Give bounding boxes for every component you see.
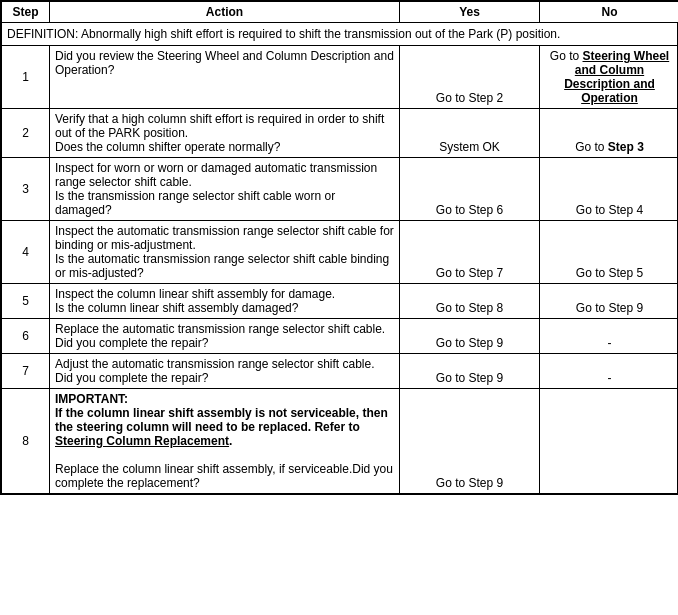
header-action: Action [50, 2, 400, 23]
step-7: 7 [2, 354, 50, 389]
action-7: Adjust the automatic transmission range … [50, 354, 400, 389]
step-2: 2 [2, 109, 50, 158]
no-5: Go to Step 9 [540, 284, 679, 319]
header-step: Step [2, 2, 50, 23]
step-5: 5 [2, 284, 50, 319]
important-label: IMPORTANT: [55, 392, 128, 406]
no-8 [540, 389, 679, 494]
table-row: 6 Replace the automatic transmission ran… [2, 319, 679, 354]
table-row: 5 Inspect the column linear shift assemb… [2, 284, 679, 319]
action-6: Replace the automatic transmission range… [50, 319, 400, 354]
yes-1: Go to Step 2 [400, 46, 540, 109]
yes-8: Go to Step 9 [400, 389, 540, 494]
no-6: - [540, 319, 679, 354]
step-4: 4 [2, 221, 50, 284]
no-2: Go to Step 3 [540, 109, 679, 158]
yes-4: Go to Step 7 [400, 221, 540, 284]
table-row: 8 IMPORTANT: If the column linear shift … [2, 389, 679, 494]
no-2-step: Step 3 [608, 140, 644, 154]
step-8: 8 [2, 389, 50, 494]
step-1: 1 [2, 46, 50, 109]
yes-5: Go to Step 8 [400, 284, 540, 319]
table-row: 1 Did you review the Steering Wheel and … [2, 46, 679, 109]
no-1-link: Steering Wheel and Column Description an… [564, 49, 669, 105]
definition-row: DEFINITION: Abnormally high shift effort… [2, 23, 679, 46]
action-8-body2: Replace the column linear shift assembly… [55, 462, 393, 490]
yes-6: Go to Step 9 [400, 319, 540, 354]
no-7: - [540, 354, 679, 389]
table-row: 2 Verify that a high column shift effort… [2, 109, 679, 158]
definition-text: DEFINITION: Abnormally high shift effort… [2, 23, 679, 46]
no-1: Go to Steering Wheel and Column Descript… [540, 46, 679, 109]
diagnostic-table: Step Action Yes No DEFINITION: Abnormall… [0, 0, 678, 495]
steering-column-replacement-link: Steering Column Replacement [55, 434, 229, 448]
header-no: No [540, 2, 679, 23]
action-4: Inspect the automatic transmission range… [50, 221, 400, 284]
table-row: 3 Inspect for worn or worn or damaged au… [2, 158, 679, 221]
action-8: IMPORTANT: If the column linear shift as… [50, 389, 400, 494]
step-6: 6 [2, 319, 50, 354]
yes-3: Go to Step 6 [400, 158, 540, 221]
step-3: 3 [2, 158, 50, 221]
yes-2: System OK [400, 109, 540, 158]
action-2: Verify that a high column shift effort i… [50, 109, 400, 158]
no-4: Go to Step 5 [540, 221, 679, 284]
no-3: Go to Step 4 [540, 158, 679, 221]
important-body: If the column linear shift assembly is n… [55, 406, 388, 448]
header-yes: Yes [400, 2, 540, 23]
action-1: Did you review the Steering Wheel and Co… [50, 46, 400, 109]
table-row: 7 Adjust the automatic transmission rang… [2, 354, 679, 389]
action-3: Inspect for worn or worn or damaged auto… [50, 158, 400, 221]
table-row: 4 Inspect the automatic transmission ran… [2, 221, 679, 284]
yes-7: Go to Step 9 [400, 354, 540, 389]
action-5: Inspect the column linear shift assembly… [50, 284, 400, 319]
